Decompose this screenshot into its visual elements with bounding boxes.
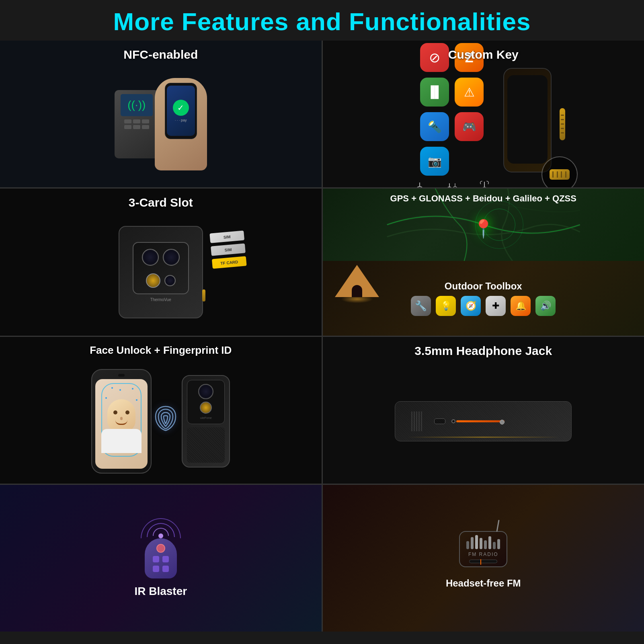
side-btn-gold xyxy=(202,289,205,301)
camera-icon: 📷 xyxy=(428,155,442,168)
ir-emit-dot xyxy=(158,533,163,538)
tuner-marker xyxy=(480,559,481,565)
ot-icon-tool: 🔧 xyxy=(411,296,431,316)
fm-radio-container: FM RADIO xyxy=(457,527,509,571)
front-camera-notch xyxy=(118,374,125,377)
app-icons-container: ⊘ Z ▐▌ ⚠ 🔦 🎮 xyxy=(407,43,497,187)
face-scene: uleFone xyxy=(91,369,230,474)
app-icon-warning: ⚠ xyxy=(455,78,484,107)
cell-headset-fm: FM RADIO Headset-free FM xyxy=(323,485,644,632)
app-icon-empty xyxy=(455,147,484,176)
outdoor-toolbox-section: Outdoor Toolbox 🔧 💡 🧭 ✚ 🔔 🔊 xyxy=(323,261,644,335)
phone-screen-ck xyxy=(507,75,548,164)
cell-gps-outdoor: GPS + GLONASS + Beidou + Galileo + QZSS … xyxy=(323,189,644,335)
gps-section: GPS + GLONASS + Beidou + Galileo + QZSS … xyxy=(323,189,644,261)
headphone-scene xyxy=(395,401,572,441)
checkmark-icon: ✓ xyxy=(177,103,184,113)
ir-btn-row-1 xyxy=(153,556,169,562)
fm-tuner xyxy=(469,560,497,563)
flashlight-icon: 🔦 xyxy=(428,120,442,133)
back-lens-1 xyxy=(198,384,213,399)
key-line-5 xyxy=(561,132,564,133)
phone-custom-key xyxy=(503,68,560,180)
warning-icon: ⚠ xyxy=(464,85,475,99)
tent-bg xyxy=(335,265,379,303)
gamepad-icon: 🎮 xyxy=(462,120,476,133)
single-click-item: Single Click xyxy=(407,180,433,187)
person-head-face xyxy=(107,399,135,431)
hand-phone-nfc: ✓ · · · pay xyxy=(155,78,207,170)
nfc-image: ((·)) ✓ xyxy=(0,41,322,187)
double-click-icon xyxy=(443,180,461,187)
pay-label: · · · pay xyxy=(175,118,187,122)
tf-card: TF CARD xyxy=(212,256,247,269)
svg-point-0 xyxy=(416,187,424,187)
key-line-1 xyxy=(561,115,564,116)
zoom-button xyxy=(550,169,570,180)
fingerprint-svg xyxy=(154,404,178,433)
eye-right xyxy=(125,410,129,414)
key-line-2 xyxy=(561,119,564,120)
jack-connector xyxy=(500,420,505,425)
feature-grid: NFC-enabled ((·)) xyxy=(0,41,644,632)
nfc-title: NFC-enabled xyxy=(0,48,322,62)
person-body-face xyxy=(101,429,142,453)
ir-remote-body xyxy=(145,538,177,578)
brand-label: ThermoVue xyxy=(150,297,171,302)
ir-btn-4 xyxy=(162,566,169,572)
double-click-item: Double Click xyxy=(439,180,466,187)
nose xyxy=(120,417,123,420)
nfc-wave-icon: ((·)) xyxy=(127,98,146,111)
ot-icon-compass: 🧭 xyxy=(461,296,481,316)
zoom-line-3 xyxy=(561,171,562,178)
sim-card-1: SIM xyxy=(209,230,244,243)
key-line-4 xyxy=(561,128,564,129)
brand-back: uleFone xyxy=(200,416,212,420)
ot-icon-cross: ✚ xyxy=(486,296,506,316)
long-press-icon xyxy=(476,180,493,187)
key-line-3 xyxy=(561,123,564,125)
header: More Features and Functionalities xyxy=(0,0,644,41)
nfc-terminal: ((·)) xyxy=(115,90,159,158)
bar-chart-icon: ▐▌ xyxy=(427,86,443,98)
zoom-circle xyxy=(541,156,578,188)
gps-title: GPS + GLONASS + Beidou + Galileo + QZSS xyxy=(323,193,644,205)
back-camera-block: uleFone xyxy=(187,380,225,424)
outdoor-title: Outdoor Toolbox xyxy=(445,281,522,292)
carbon-pattern xyxy=(187,427,225,463)
cell-card-slot: 3-Card Slot ThermoVue SIM SIM TF CARD xyxy=(0,189,322,335)
headphone-title: 3.5mm Headphone Jack xyxy=(323,344,644,358)
fm-frequency-bars xyxy=(466,535,500,549)
click-labels: Single Click Double Click xyxy=(407,180,497,187)
outdoor-app-icons: 🔧 💡 🧭 ✚ 🔔 🔊 xyxy=(411,296,556,316)
terminal-keypad xyxy=(124,119,149,129)
ot-icon-bell: 🔔 xyxy=(511,296,531,316)
zoom-line-1 xyxy=(552,171,554,178)
tent-shape xyxy=(335,265,379,297)
custom-key-title: Custom Key xyxy=(323,48,644,62)
fm-radio-body: FM RADIO xyxy=(459,531,507,567)
fm-label: FM RADIO xyxy=(468,552,498,557)
camera-module xyxy=(133,242,189,294)
ot-icon-yellow: 💡 xyxy=(436,296,456,316)
card-scene: ThermoVue SIM SIM TF CARD xyxy=(80,224,241,320)
back-lens-2 xyxy=(200,402,212,414)
gold-accent xyxy=(407,437,559,438)
phone-side-view xyxy=(395,401,572,441)
cell-custom-key: Custom Key ⊘ Z ▐▌ ⚠ xyxy=(323,41,644,187)
check-circle: ✓ xyxy=(173,100,189,116)
ot-icon-volume: 🔊 xyxy=(535,296,556,316)
ir-btn-row-2 xyxy=(153,566,169,572)
gps-pin-icon: 📍 xyxy=(472,218,494,239)
eye-left xyxy=(113,410,117,414)
lens-1 xyxy=(142,249,159,266)
ir-btn-1 xyxy=(153,556,159,562)
face-unlock-title: Face Unlock + Fingerprint ID xyxy=(0,344,322,357)
app-icon-flashlight: 🔦 xyxy=(420,112,449,141)
side-key-button xyxy=(560,108,565,140)
app-icon-gamepad: 🎮 xyxy=(455,112,484,141)
ir-btn-3 xyxy=(153,566,159,572)
single-click-icon xyxy=(411,180,429,187)
fm-content: FM RADIO Headset-free FM xyxy=(446,485,521,632)
headphone-jack-port xyxy=(451,419,455,423)
